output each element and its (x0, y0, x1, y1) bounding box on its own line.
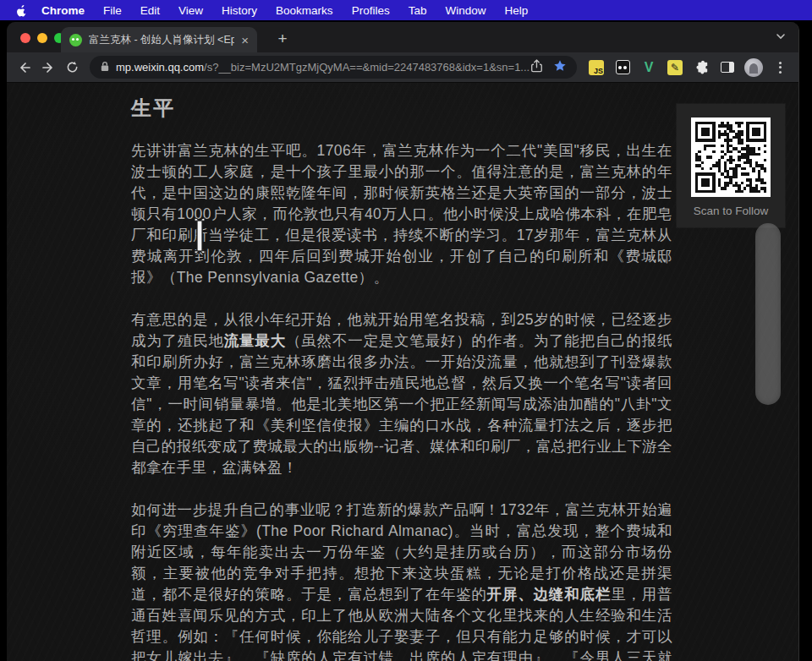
notes-extension-icon[interactable]: ✎ (666, 58, 684, 77)
new-tab-button[interactable]: + (271, 27, 294, 51)
extensions-puzzle-icon[interactable] (692, 58, 710, 77)
menu-item-history[interactable]: History (212, 4, 266, 17)
wechat-favicon-icon (69, 34, 82, 46)
menu-item-tab[interactable]: Tab (399, 4, 436, 17)
menu-items: ChromeFileEditViewHistoryBookmarksProfil… (32, 4, 537, 17)
tab-strip: 富兰克林 - 创始人肖像计划 <Ep. × + (7, 22, 798, 52)
macos-menu-bar: ChromeFileEditViewHistoryBookmarksProfil… (0, 0, 812, 20)
menu-item-window[interactable]: Window (436, 4, 495, 17)
extensions-row: JS V ✎ (587, 58, 789, 77)
article-paragraphs: 先讲讲富兰克林的生平吧。1706年，富兰克林作为一个二代"美国"移民，出生在波士… (131, 140, 672, 661)
browser-menu-icon[interactable] (771, 58, 789, 77)
tab-title: 富兰克林 - 创始人肖像计划 <Ep. (89, 33, 234, 47)
menu-item-chrome[interactable]: Chrome (32, 4, 94, 17)
article-paragraph: 有意思的是，从很小年纪开始，他就开始用笔名投稿，到25岁的时候，已经逐步成为了殖… (131, 309, 672, 478)
window-controls (20, 33, 64, 43)
bookmark-star-icon[interactable] (553, 59, 567, 75)
address-bar[interactable]: mp.weixin.qq.com /s?__biz=MzU2MTgzMjQyMA… (90, 56, 577, 79)
url-path: /s?__biz=MzU2MTgzMjQyMA==&mid=2247483768… (204, 61, 530, 74)
minimize-window-button[interactable] (37, 33, 47, 43)
menu-item-help[interactable]: Help (495, 4, 537, 17)
close-window-button[interactable] (20, 33, 30, 43)
share-icon[interactable] (530, 59, 543, 75)
profile-avatar[interactable] (744, 58, 763, 77)
article-heading: 生平 (131, 95, 672, 122)
forward-button[interactable] (37, 57, 59, 79)
lock-icon (100, 61, 110, 74)
qr-caption: Scan to Follow (677, 205, 785, 217)
menu-item-bookmarks[interactable]: Bookmarks (266, 4, 343, 17)
active-tab[interactable]: 富兰克林 - 创始人肖像计划 <Ep. × (61, 27, 257, 52)
tab-close-icon[interactable]: × (241, 34, 249, 46)
tampermonkey-extension-icon[interactable] (613, 58, 632, 77)
scrollbar-thumb[interactable] (755, 223, 781, 405)
tab-search-chevron-icon[interactable] (775, 30, 787, 46)
js-extension-icon[interactable]: JS (587, 58, 606, 77)
page-content: 生平 先讲讲富兰克林的生平吧。1706年，富兰克林作为一个二代"美国"移民，出生… (7, 82, 798, 661)
menu-item-profiles[interactable]: Profiles (343, 4, 399, 17)
browser-window: 富兰克林 - 创始人肖像计划 <Ep. × + mp.weixin.qq.com… (7, 22, 799, 661)
side-panel-icon[interactable] (718, 58, 737, 77)
qr-code (691, 117, 771, 197)
menu-item-edit[interactable]: Edit (131, 4, 169, 17)
menu-item-view[interactable]: View (169, 4, 212, 17)
article: 生平 先讲讲富兰克林的生平吧。1706年，富兰克林作为一个二代"美国"移民，出生… (131, 95, 672, 661)
url-host: mp.weixin.qq.com (116, 61, 204, 74)
reload-button[interactable] (61, 57, 83, 79)
menu-item-file[interactable]: File (94, 4, 131, 17)
article-paragraph: 先讲讲富兰克林的生平吧。1706年，富兰克林作为一个二代"美国"移民，出生在波士… (131, 140, 672, 288)
apple-menu-icon[interactable] (10, 4, 32, 17)
vue-devtools-extension-icon[interactable]: V (639, 58, 658, 77)
qr-follow-panel: Scan to Follow (677, 104, 785, 227)
back-button[interactable] (14, 57, 36, 79)
article-paragraph: 如何进一步提升自己的事业呢？打造新的爆款产品啊！1732年，富兰克林开始遍印《穷… (131, 500, 672, 661)
browser-toolbar: mp.weixin.qq.com /s?__biz=MzU2MTgzMjQyMA… (7, 52, 798, 82)
